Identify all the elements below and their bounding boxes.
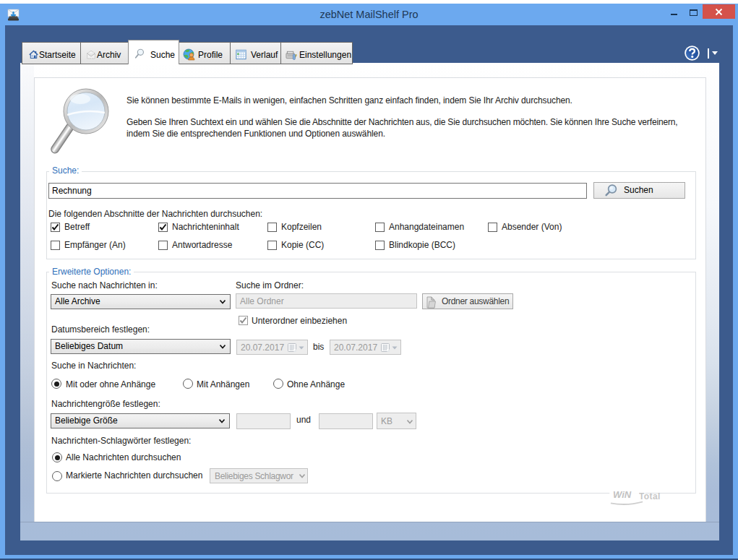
svg-text:Total: Total — [639, 491, 661, 501]
svg-text:WiN: WiN — [613, 489, 632, 500]
